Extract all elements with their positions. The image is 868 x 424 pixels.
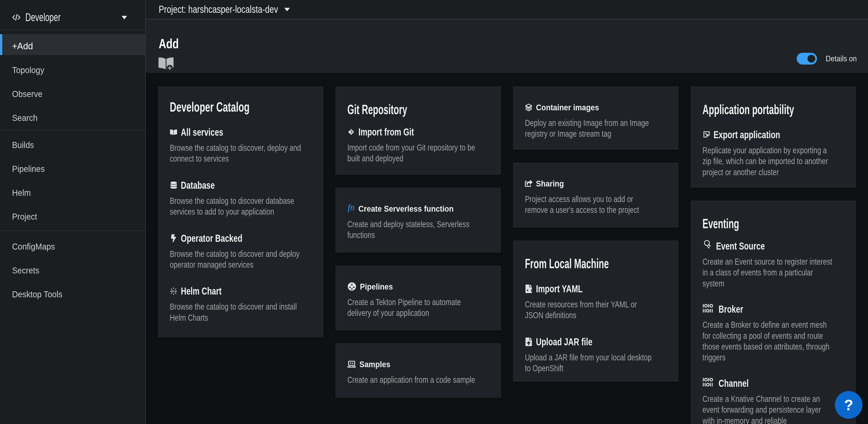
- svg-text:HELM: HELM: [170, 290, 177, 292]
